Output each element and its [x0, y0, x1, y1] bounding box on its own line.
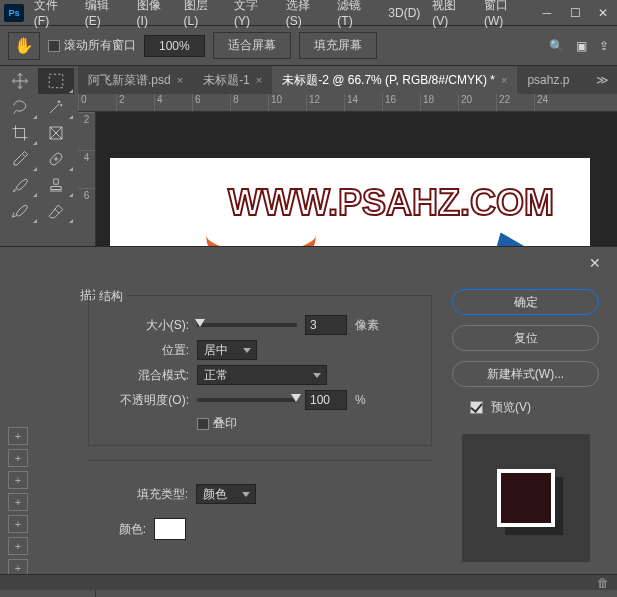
add-effect-button[interactable]: +	[8, 471, 28, 489]
new-style-button[interactable]: 新建样式(W)...	[452, 361, 599, 387]
close-icon[interactable]: ×	[256, 74, 262, 86]
lasso-tool[interactable]	[2, 94, 38, 120]
reset-button[interactable]: 复位	[452, 325, 599, 351]
canvas[interactable]: WWW.PSAHZ.COM	[96, 112, 617, 250]
preview-checkbox[interactable]: 预览(V)	[452, 397, 599, 418]
svg-rect-0	[49, 74, 63, 88]
ok-button[interactable]: 确定	[452, 289, 599, 315]
add-effect-button[interactable]: +	[8, 537, 28, 555]
add-effect-button[interactable]: +	[8, 427, 28, 445]
filltype-select[interactable]: 颜色	[196, 484, 256, 504]
opacity-label: 不透明度(O):	[103, 392, 189, 409]
close-window-button[interactable]: ✕	[589, 0, 617, 26]
ruler-tick: 24	[534, 94, 572, 111]
stamp-tool[interactable]	[38, 172, 74, 198]
tool-preset-picker[interactable]: ✋	[8, 32, 40, 60]
scroll-all-windows-option[interactable]: 滚动所有窗口	[48, 37, 136, 54]
fill-screen-button[interactable]: 填充屏幕	[299, 32, 377, 59]
zoom-percent[interactable]: 100%	[144, 35, 205, 57]
move-tool[interactable]	[2, 68, 38, 94]
add-effect-button[interactable]: +	[8, 493, 28, 511]
tab-doc-2[interactable]: 未标题-1×	[193, 66, 272, 95]
frame-tool[interactable]	[38, 120, 74, 146]
menu-type[interactable]: 文字(Y)	[228, 0, 280, 32]
size-input[interactable]	[305, 315, 347, 335]
add-effect-button[interactable]: +	[8, 515, 28, 533]
arrange-icon[interactable]: ▣	[576, 39, 587, 53]
slider-knob-icon	[195, 319, 205, 327]
position-label: 位置:	[103, 342, 189, 359]
menu-layer[interactable]: 图层(L)	[178, 0, 228, 32]
minimize-button[interactable]: ─	[533, 0, 561, 26]
ruler-tick: 20	[458, 94, 496, 111]
options-bar: ✋ 滚动所有窗口 100% 适合屏幕 填充屏幕 🔍 ▣ ⇪	[0, 26, 617, 66]
add-effect-button[interactable]: +	[8, 449, 28, 467]
ruler-tick: 12	[306, 94, 344, 111]
blend-mode-select[interactable]: 正常	[197, 365, 327, 385]
tab-label: 未标题-1	[203, 72, 250, 89]
menu-filter[interactable]: 滤镜(T)	[331, 0, 382, 32]
share-icon[interactable]: ⇪	[599, 39, 609, 53]
checkbox-icon	[197, 418, 209, 430]
tab-label: 未标题-2 @ 66.7% (P, RGB/8#/CMYK) *	[282, 72, 495, 89]
app-icon: Ps	[4, 4, 24, 22]
opacity-slider[interactable]	[197, 398, 297, 402]
size-unit: 像素	[355, 317, 379, 334]
ruler-tick: 18	[420, 94, 458, 111]
ruler-tick: 2	[78, 112, 95, 150]
tabs-overflow-icon[interactable]: ≫	[588, 73, 617, 87]
close-icon[interactable]: ×	[501, 74, 507, 86]
structure-legend: 结构	[95, 288, 127, 305]
crop-tool[interactable]	[2, 120, 38, 146]
checkbox-checked-icon	[470, 401, 483, 414]
menu-file[interactable]: 文件(F)	[28, 0, 79, 32]
eyedropper-tool[interactable]	[2, 146, 38, 172]
structure-group: 结构 大小(S): 像素 位置: 居中 混合模式: 正常 不透明度(O):	[88, 295, 432, 446]
menu-window[interactable]: 窗口(W)	[478, 0, 533, 32]
menu-select[interactable]: 选择(S)	[280, 0, 332, 32]
tab-doc-1[interactable]: 阿飞新菜谱.psd×	[78, 66, 193, 95]
dialog-button-column: 确定 复位 新建样式(W)... 预览(V)	[452, 247, 617, 590]
slider-knob-icon	[291, 394, 301, 402]
menu-image[interactable]: 图像(I)	[131, 0, 178, 32]
ruler-tick: 2	[116, 94, 154, 111]
ruler-tick: 0	[78, 94, 116, 111]
fit-screen-button[interactable]: 适合屏幕	[213, 32, 291, 59]
search-icon[interactable]: 🔍	[549, 39, 564, 53]
history-brush-tool[interactable]	[2, 198, 38, 224]
ruler-tick: 4	[78, 150, 95, 188]
close-icon[interactable]: ×	[177, 74, 183, 86]
title-bar: Ps 文件(F) 编辑(E) 图像(I) 图层(L) 文字(Y) 选择(S) 滤…	[0, 0, 617, 26]
eraser-tool[interactable]	[38, 198, 74, 224]
preview-label: 预览(V)	[491, 399, 531, 416]
ruler-tick: 8	[230, 94, 268, 111]
brush-tool[interactable]	[2, 172, 38, 198]
opacity-unit: %	[355, 393, 366, 407]
maximize-button[interactable]: ☐	[561, 0, 589, 26]
menu-3d[interactable]: 3D(D)	[382, 2, 426, 24]
tab-doc-3[interactable]: 未标题-2 @ 66.7% (P, RGB/8#/CMYK) *×	[272, 66, 517, 95]
menu-edit[interactable]: 编辑(E)	[79, 0, 131, 32]
window-controls: ─ ☐ ✕	[533, 0, 617, 26]
position-select[interactable]: 居中	[197, 340, 257, 360]
preview-square-icon	[497, 469, 555, 527]
tab-label: psahz.p	[527, 73, 569, 87]
tab-doc-4[interactable]: psahz.p	[517, 67, 579, 93]
color-swatch[interactable]	[154, 518, 186, 540]
ruler-tick: 6	[192, 94, 230, 111]
magic-wand-tool[interactable]	[38, 94, 74, 120]
fill-group: 填充类型: 颜色 颜色:	[88, 460, 432, 553]
trash-icon[interactable]: 🗑	[597, 576, 609, 590]
ruler-tick: 10	[268, 94, 306, 111]
overprint-checkbox[interactable]: 叠印	[197, 415, 237, 432]
marquee-tool[interactable]	[38, 68, 74, 94]
layer-style-dialog: ✕ + + + + + + + 描边 结构 大小(S): 像素 位置	[0, 246, 617, 590]
dialog-close-button[interactable]: ✕	[589, 255, 601, 271]
opacity-input[interactable]	[305, 390, 347, 410]
healing-tool[interactable]	[38, 146, 74, 172]
scroll-all-label: 滚动所有窗口	[64, 37, 136, 54]
tab-label: 阿飞新菜谱.psd	[88, 72, 171, 89]
checkbox-icon	[48, 40, 60, 52]
size-slider[interactable]	[197, 323, 297, 327]
menu-view[interactable]: 视图(V)	[426, 0, 478, 32]
